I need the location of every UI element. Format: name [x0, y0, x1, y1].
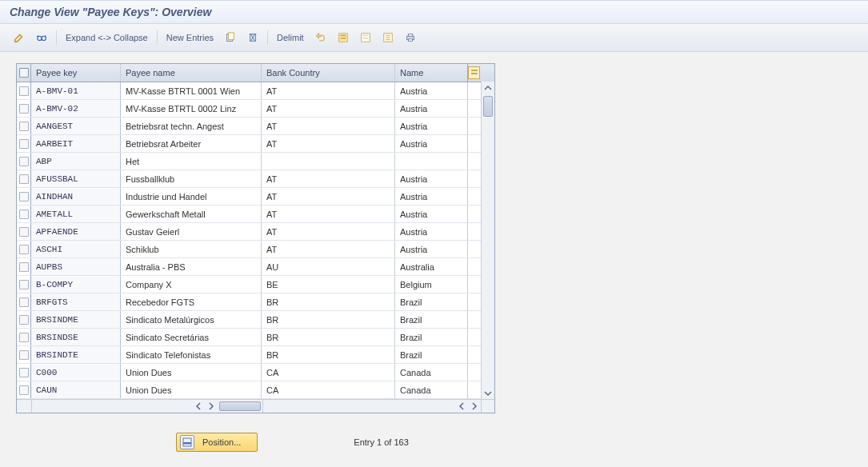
cell-payee-key[interactable]: ABP: [31, 153, 121, 170]
cell-name[interactable]: Austria: [395, 118, 467, 134]
cell-name[interactable]: [395, 153, 467, 170]
cell-bank-country[interactable]: BR: [262, 293, 395, 310]
table-row[interactable]: A-BMV-01MV-Kasse BTRTL 0001 WienATAustri…: [17, 82, 494, 100]
cell-bank-country[interactable]: BE: [262, 276, 395, 293]
col-bank-country[interactable]: Bank Country: [262, 64, 395, 82]
expand-collapse-button[interactable]: Expand <-> Collapse: [62, 29, 152, 46]
cell-payee-key[interactable]: AMETALL: [31, 206, 121, 222]
row-selector[interactable]: [17, 188, 31, 205]
cell-payee-name[interactable]: Company X: [121, 276, 262, 293]
cell-payee-name[interactable]: Betriebsrat techn. Angest: [121, 118, 262, 134]
cell-bank-country[interactable]: BR: [262, 329, 395, 345]
cell-name[interactable]: Austria: [395, 170, 467, 187]
scroll-up-icon[interactable]: [482, 82, 494, 94]
row-selector[interactable]: [17, 118, 31, 134]
row-selector[interactable]: [17, 364, 31, 381]
cell-bank-country[interactable]: AT: [262, 206, 395, 222]
cell-payee-name[interactable]: Sindicato Secretárias: [121, 329, 262, 345]
scroll-thumb[interactable]: [483, 96, 493, 117]
row-selector[interactable]: [17, 241, 31, 257]
cell-bank-country[interactable]: BR: [262, 311, 395, 328]
deselect-all-icon[interactable]: [356, 29, 375, 46]
table-row[interactable]: CAUNUnion DuesCACanada: [17, 381, 494, 399]
row-selector[interactable]: [17, 100, 31, 117]
row-selector[interactable]: [17, 82, 31, 99]
table-row[interactable]: APFAENDEGustav GeierlATAustria: [17, 223, 494, 241]
col-payee-name[interactable]: Payee name: [121, 64, 262, 82]
row-selector[interactable]: [17, 135, 31, 152]
table-row[interactable]: AMETALLGewerkschaft MetallATAustria: [17, 206, 494, 223]
cell-payee-name[interactable]: Union Dues: [121, 364, 262, 381]
cell-payee-key[interactable]: ASCHI: [31, 241, 121, 257]
cell-bank-country[interactable]: AT: [262, 135, 395, 152]
cell-bank-country[interactable]: AT: [262, 82, 395, 99]
cell-bank-country[interactable]: AT: [262, 241, 395, 257]
row-selector[interactable]: [17, 329, 31, 345]
table-row[interactable]: AFUSSBALFussballklubATAustria: [17, 170, 494, 188]
scroll-right-icon[interactable]: [206, 401, 217, 412]
cell-payee-key[interactable]: B-COMPY: [31, 276, 121, 293]
delete-icon[interactable]: [243, 29, 262, 46]
cell-payee-name[interactable]: MV-Kasse BTRTL 0001 Wien: [121, 82, 262, 99]
cell-bank-country[interactable]: CA: [262, 364, 395, 381]
table-row[interactable]: BRSINDMESindicato MetalúrgicosBRBrazil: [17, 311, 494, 329]
cell-payee-key[interactable]: CAUN: [31, 381, 121, 398]
print-icon[interactable]: [401, 29, 420, 46]
scroll-down-icon[interactable]: [482, 388, 494, 399]
cell-name[interactable]: Belgium: [395, 276, 467, 293]
table-row[interactable]: B-COMPYCompany XBEBelgium: [17, 276, 494, 293]
table-row[interactable]: C000Union DuesCACanada: [17, 364, 494, 381]
cell-payee-key[interactable]: AANGEST: [31, 118, 121, 134]
table-row[interactable]: BRSINDSESindicato SecretáriasBRBrazil: [17, 329, 494, 346]
cell-name[interactable]: Brazil: [395, 329, 467, 345]
undo-icon[interactable]: [311, 29, 330, 46]
cell-payee-key[interactable]: AUPBS: [31, 258, 121, 275]
cell-bank-country[interactable]: AT: [262, 170, 395, 187]
cell-bank-country[interactable]: AT: [262, 100, 395, 117]
cell-bank-country[interactable]: CA: [262, 381, 395, 398]
row-selector[interactable]: [17, 223, 31, 240]
cell-payee-name[interactable]: Industrie und Handel: [121, 188, 262, 205]
cell-payee-name[interactable]: Gewerkschaft Metall: [121, 206, 262, 222]
col-name[interactable]: Name: [395, 64, 467, 82]
cell-name[interactable]: Austria: [395, 206, 467, 222]
cell-payee-key[interactable]: A-BMV-02: [31, 100, 121, 117]
cell-payee-key[interactable]: APFAENDE: [31, 223, 121, 240]
cell-payee-name[interactable]: Betriebsrat Arbeiter: [121, 135, 262, 152]
glasses-icon[interactable]: [32, 29, 51, 46]
row-selector[interactable]: [17, 293, 31, 310]
delimit-button[interactable]: Delimit: [273, 29, 308, 46]
table-row[interactable]: AINDHANIndustrie und HandelATAustria: [17, 188, 494, 206]
cell-bank-country[interactable]: AT: [262, 223, 395, 240]
cell-payee-name[interactable]: Australia - PBS: [121, 258, 262, 275]
cell-payee-key[interactable]: BRSINDME: [31, 311, 121, 328]
cell-name[interactable]: Austria: [395, 100, 467, 117]
pencil-icon[interactable]: [10, 29, 29, 46]
new-entries-button[interactable]: New Entries: [162, 29, 218, 46]
cell-name[interactable]: Brazil: [395, 311, 467, 328]
config-icon[interactable]: [378, 29, 398, 46]
cell-payee-name[interactable]: Recebedor FGTS: [121, 293, 262, 310]
cell-payee-name[interactable]: Het: [121, 153, 262, 170]
position-button[interactable]: Position...: [176, 433, 258, 452]
row-selector[interactable]: [17, 381, 31, 398]
cell-payee-name[interactable]: Schiklub: [121, 241, 262, 257]
table-row[interactable]: AARBEITBetriebsrat ArbeiterATAustria: [17, 135, 494, 153]
scroll-right-icon[interactable]: [469, 401, 480, 412]
cell-name[interactable]: Australia: [395, 258, 467, 275]
cell-payee-name[interactable]: Sindicato Telefonistas: [121, 346, 262, 363]
cell-name[interactable]: Brazil: [395, 346, 467, 363]
cell-name[interactable]: Austria: [395, 188, 467, 205]
table-row[interactable]: AUPBSAustralia - PBSAUAustralia: [17, 258, 494, 276]
cell-payee-key[interactable]: BRSINDTE: [31, 346, 121, 363]
cell-name[interactable]: Austria: [395, 223, 467, 240]
table-row[interactable]: A-BMV-02MV-Kasse BTRTL 0002 LinzATAustri…: [17, 100, 494, 118]
scroll-left-icon[interactable]: [193, 401, 204, 412]
row-selector[interactable]: [17, 153, 31, 170]
cell-payee-key[interactable]: BRSINDSE: [31, 329, 121, 345]
cell-payee-key[interactable]: AARBEIT: [31, 135, 121, 152]
cell-payee-name[interactable]: Gustav Geierl: [121, 223, 262, 240]
select-all-icon[interactable]: [334, 29, 353, 46]
cell-name[interactable]: Austria: [395, 82, 467, 99]
table-row[interactable]: BRFGTSRecebedor FGTSBRBrazil: [17, 293, 494, 311]
